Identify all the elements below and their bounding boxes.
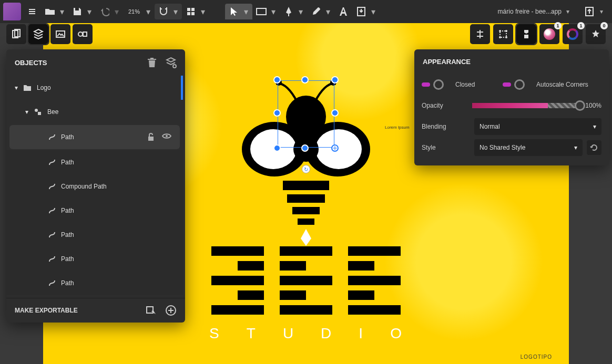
opacity-slider[interactable] <box>472 103 580 108</box>
chevron-down-icon[interactable]: ▾ <box>598 8 605 15</box>
opacity-label: Opacity <box>422 102 467 109</box>
chevron-down-icon[interactable]: ▾ <box>325 7 331 17</box>
style-label: Style <box>422 144 467 151</box>
path-icon <box>48 255 56 263</box>
path-icon <box>48 207 56 214</box>
tree-label: Bee <box>47 108 58 116</box>
svg-rect-18 <box>298 219 314 225</box>
chevron-down-icon: ▾ <box>574 144 577 151</box>
eye-icon[interactable] <box>162 133 171 141</box>
svg-rect-17 <box>292 207 320 214</box>
folder-icon <box>23 84 32 91</box>
tree-item-bee[interactable]: ▾ Bee <box>6 100 183 124</box>
svg-point-7 <box>276 79 282 86</box>
svg-point-27 <box>499 36 501 38</box>
tree-item-path[interactable]: Path <box>6 223 183 247</box>
grid-icon[interactable] <box>185 6 197 17</box>
tree-item-path[interactable]: Path <box>6 271 183 295</box>
chevron-down-icon[interactable]: ▾ <box>200 7 206 17</box>
tree-item-compound-path[interactable]: Compound Path <box>6 174 183 199</box>
fx-badge: 0 <box>600 22 608 29</box>
align-button[interactable] <box>470 24 490 44</box>
blending-select[interactable]: Normal ▾ <box>474 118 601 135</box>
text-tool-icon[interactable] <box>338 6 349 17</box>
svg-point-25 <box>499 30 501 32</box>
wordmark <box>211 246 401 315</box>
opacity-value[interactable]: 100% <box>585 102 601 109</box>
tree-label: Path <box>61 279 74 287</box>
add-export-icon[interactable] <box>165 305 177 316</box>
appearance-button[interactable] <box>516 24 536 44</box>
tree-item-path[interactable]: Path <box>6 150 183 174</box>
tree-label: Compound Path <box>61 183 107 190</box>
refresh-style-button[interactable] <box>587 140 601 155</box>
tree-item-path[interactable]: Path <box>9 125 180 149</box>
open-folder-icon[interactable] <box>44 6 56 17</box>
assets-view-button[interactable] <box>50 24 70 44</box>
path-icon <box>48 159 56 166</box>
snap-magnet-icon[interactable] <box>158 6 169 17</box>
chevron-down-icon[interactable]: ▾ <box>114 7 120 17</box>
logotipo-label: LOGOTIPO <box>521 354 552 360</box>
chevron-down-icon: ▾ <box>25 108 28 116</box>
slice-icon[interactable] <box>145 305 157 316</box>
placeholder-text: Lorem Ipsum <box>385 125 410 130</box>
save-icon[interactable] <box>72 6 83 17</box>
chevron-down-icon[interactable]: ▾ <box>86 7 93 17</box>
tree-item-logo[interactable]: ▾ Logo <box>6 76 183 100</box>
svg-point-28 <box>505 36 507 38</box>
svg-point-12 <box>250 129 297 169</box>
svg-point-22 <box>78 32 83 36</box>
studio-text: S T U D I O <box>209 325 403 342</box>
style-select[interactable]: No Shared Style ▾ <box>474 139 583 156</box>
closed-toggle[interactable] <box>422 79 444 90</box>
add-layers-icon[interactable] <box>165 57 177 68</box>
closed-label: Closed <box>455 81 492 88</box>
document-name[interactable]: mário freire - bee...app <box>498 8 562 15</box>
stroke-button[interactable]: 1 <box>563 24 583 44</box>
unlock-icon[interactable] <box>147 133 155 141</box>
app-logo[interactable] <box>3 3 21 20</box>
chevron-down-icon[interactable]: ▾ <box>59 7 65 17</box>
chevron-down-icon[interactable]: ▾ <box>270 7 277 17</box>
chevron-down-icon[interactable]: ▾ <box>172 7 179 17</box>
hamburger-icon[interactable] <box>26 6 38 17</box>
symbols-view-button[interactable] <box>73 24 93 44</box>
chevron-down-icon[interactable]: ▾ <box>243 7 249 17</box>
svg-point-13 <box>315 129 362 169</box>
tree-label: Path <box>61 133 74 141</box>
chevron-down-icon[interactable]: ▾ <box>565 8 571 15</box>
trash-icon[interactable] <box>146 57 158 68</box>
svg-rect-3 <box>191 12 195 15</box>
pen-tool-icon[interactable] <box>283 6 294 17</box>
tree-item-path[interactable]: Path <box>6 199 183 223</box>
export-icon[interactable] <box>584 6 595 17</box>
select-cursor-icon[interactable] <box>228 6 240 17</box>
svg-rect-0 <box>187 8 190 11</box>
chevron-down-icon[interactable]: ▾ <box>298 7 304 17</box>
layers-view-button[interactable] <box>28 24 48 44</box>
import-icon[interactable] <box>355 6 367 17</box>
svg-rect-2 <box>187 12 190 15</box>
chevron-down-icon[interactable]: ▾ <box>370 7 376 17</box>
path-icon <box>48 279 56 287</box>
zoom-level[interactable]: 21% <box>126 8 142 15</box>
chevron-down-icon: ▾ <box>15 84 18 91</box>
transform-button[interactable] <box>493 24 513 44</box>
undo-icon[interactable] <box>99 6 110 17</box>
rectangle-tool-icon[interactable] <box>256 6 267 17</box>
chevron-down-icon[interactable]: ▾ <box>145 7 151 17</box>
brush-tool-icon[interactable] <box>310 6 322 17</box>
bee-artwork <box>238 76 374 254</box>
autoscale-toggle[interactable] <box>503 79 525 90</box>
svg-point-26 <box>505 30 507 32</box>
tree-label: Path <box>61 207 74 214</box>
effects-button[interactable]: 0 <box>586 24 606 44</box>
pages-view-button[interactable] <box>6 24 26 44</box>
blending-label: Blending <box>422 123 467 130</box>
tree-item-path[interactable]: Path <box>6 247 183 271</box>
stroke-badge: 1 <box>577 22 585 29</box>
fill-button[interactable]: 1 <box>539 24 559 44</box>
objects-title: OBJECTS <box>15 59 47 67</box>
fill-badge: 1 <box>554 22 562 29</box>
